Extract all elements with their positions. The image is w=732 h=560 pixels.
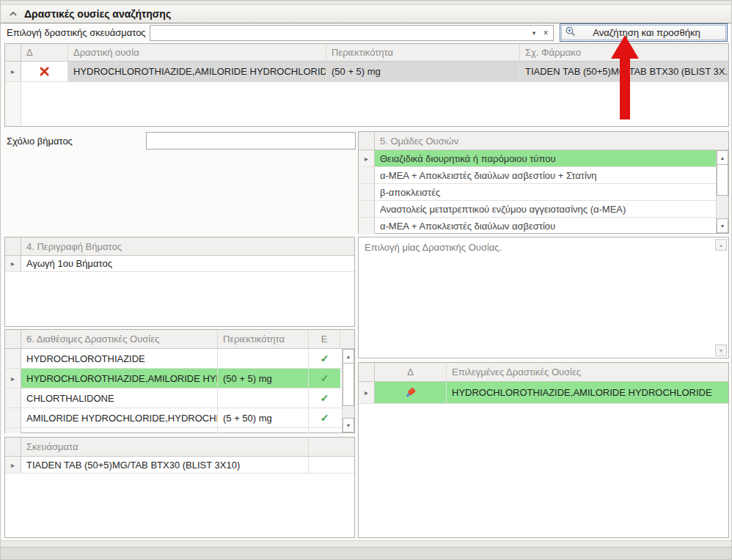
- row-indicator-empty: [5, 428, 21, 433]
- col-header-strength: Περιεκτικότητα: [218, 330, 309, 348]
- comment-inputbox[interactable]: [146, 132, 356, 150]
- scroll-up-icon[interactable]: ▲: [715, 239, 727, 251]
- available-title: 6. Διαθέσιμες Δραστικές Ουσίες: [21, 330, 218, 348]
- selected-title: Επιλεγμένες Δραστικές Ουσίες: [447, 363, 728, 381]
- scroll-down-icon[interactable]: ▼: [343, 418, 354, 432]
- substance-cell[interactable]: AMILORIDE HYDROCHLORIDE,HYDROCHLO...: [21, 408, 218, 427]
- list-item[interactable]: ▸ Αγωγή 1ου Βήματος: [5, 256, 354, 272]
- group-row-label[interactable]: α-ΜΕΑ + Αποκλειστές διαύλων ασβεστίου + …: [375, 167, 716, 183]
- collapse-group-header[interactable]: Δραστικές ουσίες αναζήτησης: [1, 5, 732, 23]
- group-row-label[interactable]: β-αποκλειστές: [375, 184, 716, 200]
- group-row-label[interactable]: Αναστολείς μετατρεπτικού ενζύμου αγγειοτ…: [375, 201, 716, 217]
- row-indicator-empty: [5, 408, 21, 427]
- comment-input[interactable]: [147, 133, 355, 149]
- status-bar: [1, 547, 732, 560]
- check-icon: ✓: [321, 392, 329, 404]
- formulations-title: Σκευάσματα: [21, 438, 309, 456]
- enabled-cell: ✓: [309, 388, 340, 408]
- substance-cell[interactable]: HYDROCHLOROTHIAZIDE: [21, 349, 218, 368]
- row-indicator-strip: [5, 82, 21, 126]
- row-indicator: ▸: [5, 62, 21, 81]
- col-header-delete: Δ: [375, 363, 447, 381]
- results-grid: Δ Δραστική ουσία Περιεκτικότητα Σχ. Φάρμ…: [4, 43, 729, 127]
- comment-label: Σχόλιο βήματος: [7, 136, 73, 147]
- remove-cell[interactable]: [375, 382, 447, 403]
- row-indicator-header: [359, 363, 375, 381]
- chevron-down-icon[interactable]: ▾: [528, 29, 540, 37]
- list-item[interactable]: α-ΜΕΑ + Αποκλειστές διαύλων ασβεστίου + …: [359, 167, 716, 184]
- list-item[interactable]: ▸ Θειαζιδικά διουρητικά ή παρόμοιου τύπο…: [359, 150, 716, 167]
- strength-cell[interactable]: (50 + 5) mg: [218, 369, 309, 388]
- formulations-panel: Σκευάσματα ▸ TIADEN TAB (50+5)MG/TAB BTX…: [4, 437, 355, 538]
- chevron-up-icon[interactable]: [8, 9, 18, 19]
- scroll-up-icon[interactable]: ▲: [343, 349, 354, 364]
- substance-combo-input[interactable]: [150, 26, 528, 40]
- scroll-down-icon[interactable]: ▼: [715, 345, 727, 356]
- group-row-label[interactable]: Θειαζιδικά διουρητικά ή παρόμοιου τύπου: [375, 150, 716, 166]
- groups-scrollbar[interactable]: ▲ ▼: [716, 150, 728, 233]
- list-item[interactable]: α-ΜΕΑ + Αποκλειστές διαύλων ασβεστίου: [359, 218, 716, 234]
- scrollbar-thumb[interactable]: [717, 165, 728, 196]
- step-title: 4. Περιγραφή Βήματος: [21, 237, 354, 255]
- delete-x-icon[interactable]: [39, 66, 50, 77]
- combo-label: Επιλογή δραστικής σκευάσματος: [7, 27, 146, 38]
- row-indicator-empty: [359, 201, 375, 217]
- row-indicator-empty: [359, 218, 375, 234]
- substance-cell[interactable]: HYDROCHLOROTHIAZIDE,AMILORIDE HYDROCHLOR…: [68, 62, 326, 81]
- delete-cell[interactable]: [21, 62, 68, 81]
- selected-substance-cell[interactable]: HYDROCHLOROTHIAZIDE,AMILORIDE HYDROCHLOR…: [447, 382, 728, 403]
- clear-icon[interactable]: ×: [540, 28, 552, 38]
- strength-cell[interactable]: [218, 349, 309, 368]
- col-header-spacer: [340, 330, 354, 348]
- step-row-label[interactable]: Αγωγή 1ου Βήματος: [21, 256, 354, 271]
- substance-combo[interactable]: ▾ ×: [150, 25, 554, 41]
- eraser-icon[interactable]: [404, 386, 417, 399]
- row-indicator-empty: [5, 388, 21, 408]
- bottom-strip: [1, 540, 732, 547]
- available-scrollbar[interactable]: ▲ ▼: [342, 349, 354, 432]
- substance-cell[interactable]: CHLORTHALIDONE: [21, 388, 218, 408]
- col-header-spacer: [309, 438, 354, 456]
- col-header-drug: Σχ. Φάρμακο: [520, 44, 728, 61]
- drug-cell[interactable]: TIADEN TAB (50+5)MG/TAB BTX30 (BLIST 3X.…: [520, 62, 728, 81]
- scroll-down-icon[interactable]: ▼: [717, 218, 728, 233]
- table-row[interactable]: HYDROCHLOROTHIAZIDE ✓: [5, 349, 342, 369]
- row-indicator-empty: [359, 184, 375, 200]
- groups-title: 5. Ομάδες Ουσιών: [375, 132, 728, 150]
- groups-panel: 5. Ομάδες Ουσιών ▸ Θειαζιδικά διουρητικά…: [358, 131, 729, 234]
- enabled-cell: ✓: [309, 408, 340, 427]
- row-indicator-header: [5, 44, 21, 61]
- list-item[interactable]: β-αποκλειστές: [359, 184, 716, 201]
- list-item[interactable]: Αναστολείς μετατρεπτικού ενζύμου αγγειοτ…: [359, 201, 716, 218]
- formulation-row-label[interactable]: TIADEN TAB (50+5)MG/TAB BTX30 (BLIST 3X1…: [21, 457, 309, 473]
- table-row[interactable]: AMILORIDE HYDROCHLORIDE,HYDROCHLO... (5 …: [5, 408, 342, 428]
- table-row[interactable]: ▸ HYDROCHLOROTHIAZIDE,AMILORIDE HYDR... …: [5, 369, 342, 388]
- col-header-substance: Δραστική ουσία: [68, 44, 326, 61]
- strength-cell[interactable]: [218, 388, 309, 408]
- row-indicator: ▸: [359, 382, 375, 403]
- scrollbar-thumb[interactable]: [343, 364, 354, 406]
- table-row[interactable]: CHLORTHALIDONE ✓: [5, 388, 342, 408]
- hint-memo: Επιλογή μίας Δραστικής Ουσίας. ▲ ▼: [358, 237, 729, 358]
- list-item[interactable]: ▸ TIADEN TAB (50+5)MG/TAB BTX30 (BLIST 3…: [5, 457, 354, 474]
- check-icon: ✓: [321, 412, 329, 424]
- substance-cell[interactable]: HYDROCHLOROTHIAZIDE,AMILORIDE HYDR...: [21, 369, 218, 388]
- row-indicator-header: [359, 132, 375, 150]
- row-indicator: ▸: [5, 369, 21, 388]
- enabled-cell: ✓: [309, 349, 340, 368]
- row-indicator-header: [5, 330, 21, 348]
- check-icon: ✓: [321, 353, 329, 364]
- row-indicator: ▸: [5, 256, 21, 271]
- row-indicator: ▸: [5, 457, 21, 473]
- table-row[interactable]: ▸ HYDROCHLOROTHIAZIDE,AMILORIDE HYDROCHL…: [5, 62, 728, 82]
- search-and-add-button[interactable]: Αναζήτηση και προσθήκη: [560, 23, 728, 42]
- scroll-up-icon[interactable]: ▲: [717, 150, 728, 165]
- col-header-delete: Δ: [21, 44, 68, 61]
- strength-cell[interactable]: (5 + 50) mg: [218, 408, 309, 427]
- table-row[interactable]: ▸ HYDROCHLOROTHIAZIDE,AMILORIDE HYDROCHL…: [359, 382, 728, 404]
- group-row-label[interactable]: α-ΜΕΑ + Αποκλειστές διαύλων ασβεστίου: [375, 218, 716, 234]
- selected-panel: Δ Επιλεγμένες Δραστικές Ουσίες ▸ HYDROCH…: [358, 362, 729, 538]
- row-indicator-empty: [359, 167, 375, 183]
- strength-cell[interactable]: (50 + 5) mg: [326, 62, 520, 81]
- check-icon: ✓: [321, 372, 329, 384]
